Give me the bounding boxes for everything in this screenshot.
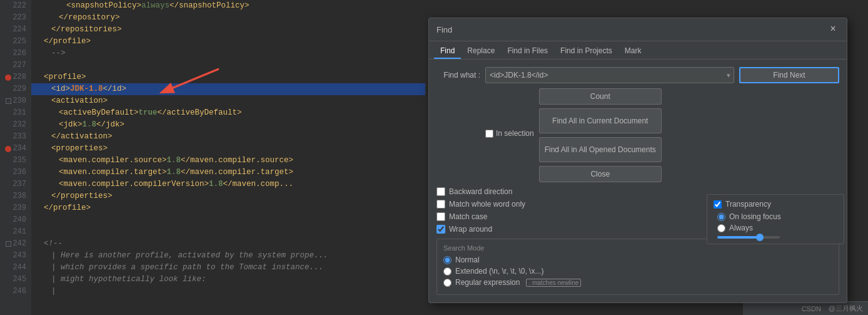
code-editor: 222 223 224 225 226 227 228 229 - 230 23… — [0, 0, 425, 315]
transparency-label: Transparency — [725, 200, 771, 209]
tab-replace[interactable]: Replace — [461, 44, 501, 59]
radio-always-label: Always — [729, 224, 753, 232]
dialog-title-bar: Find × — [429, 18, 847, 41]
line-num-244: 244 — [0, 262, 31, 274]
in-selection-check-row: In selection — [485, 129, 534, 138]
code-line-233: </activation> — [31, 131, 425, 143]
tab-mark[interactable]: Mark — [618, 44, 648, 59]
breakpoint-icon-234 — [5, 146, 11, 152]
line-num-234: 234 — [0, 143, 31, 155]
transparency-panel: Transparency On losing focus Always — [707, 194, 844, 244]
radio-normal-label: Normal — [455, 256, 480, 264]
line-num-241: 241 — [0, 226, 31, 238]
code-line-236: <maven.compiler.target>1.8</maven.compil… — [31, 167, 425, 178]
radio-regex[interactable] — [443, 279, 452, 287]
radio-normal[interactable] — [443, 256, 452, 264]
radio-extended[interactable] — [443, 267, 452, 276]
code-line-239: </profile> — [31, 202, 425, 214]
match-case-label: Match case — [449, 212, 487, 221]
match-whole-word-checkbox[interactable] — [437, 200, 445, 209]
transparency-options: On losing focus Always — [714, 212, 837, 239]
find-dialog: Find × Find Replace Find in Files Find i… — [428, 18, 847, 303]
line-num-227: 227 — [0, 59, 31, 71]
line-num-231: 231 — [0, 107, 31, 119]
tab-find-in-files[interactable]: Find in Files — [501, 44, 554, 59]
close-button[interactable]: × — [827, 23, 839, 36]
line-num-229: 229 — [0, 83, 31, 95]
code-line-228: <profile> — [31, 71, 425, 83]
radio-regex-label: Regular expression — [455, 278, 520, 287]
line-num-238: 238 — [0, 190, 31, 202]
dialog-title: Find — [437, 25, 452, 34]
transparency-slider[interactable] — [717, 236, 780, 239]
transparency-checkbox[interactable] — [714, 200, 722, 209]
wrap-around-checkbox[interactable] — [437, 225, 445, 234]
code-line-231: <activeByDefault>true</activeByDefault> — [31, 107, 425, 119]
find-all-current-button[interactable]: Find All in Current Document — [539, 108, 662, 133]
dialog-left-panel: In selection Count Find All in Current D… — [437, 88, 839, 295]
radio-on-losing-focus[interactable] — [717, 213, 725, 221]
dialog-body: Find what : ▼ Find Next In selection — [429, 59, 847, 302]
code-line-243: | Here is another profile, activated by … — [31, 250, 425, 262]
radio-extended-row: Extended (\n, \r, \t, \0, \x...) — [443, 267, 832, 276]
code-line-229: <id>JDK-1.8</id> — [31, 83, 425, 95]
right-buttons: Find Next — [739, 67, 839, 83]
line-numbers: 222 223 224 225 226 227 228 229 - 230 23… — [0, 0, 31, 315]
right-buttons-2: Count Find All in Current Document Find … — [539, 88, 662, 182]
radio-always[interactable] — [717, 224, 725, 232]
line-num-243: 243 — [0, 250, 31, 262]
match-whole-word-label: Match whole word only — [449, 200, 525, 209]
code-line-232: <jdk>1.8</jdk> — [31, 119, 425, 131]
code-line-235: <maven.compiler.source>1.8</maven.compil… — [31, 155, 425, 167]
find-input[interactable] — [485, 67, 734, 83]
dialog-main-area: In selection Count Find All in Current D… — [437, 88, 839, 295]
tab-find[interactable]: Find — [434, 44, 461, 59]
radio-always-row: Always — [717, 224, 837, 232]
find-input-wrapper: ▼ — [485, 67, 734, 83]
code-line-241 — [31, 226, 425, 238]
breakpoint-icon — [5, 75, 11, 81]
line-num-239: 239 — [0, 202, 31, 214]
line-num-240: 240 — [0, 214, 31, 226]
line-num-225: 225 — [0, 36, 31, 48]
fold-icon[interactable]: - — [6, 98, 11, 104]
count-button[interactable]: Count — [539, 88, 662, 105]
in-selection-checkbox[interactable] — [485, 130, 493, 138]
radio-regex-row: Regular expression . matches newline — [443, 278, 832, 287]
line-num-232: 232 — [0, 119, 31, 131]
radio-on-losing-focus-label: On losing focus — [729, 212, 781, 221]
code-line-244: | which provides a specific path to the … — [31, 262, 425, 274]
backward-direction-checkbox[interactable] — [437, 187, 445, 196]
line-num-235: 235 — [0, 155, 31, 167]
line-num-224: 224 — [0, 24, 31, 36]
backward-direction-label: Backward direction — [449, 187, 512, 196]
in-selection-label: In selection — [496, 129, 534, 138]
code-line-226: --> — [31, 48, 425, 59]
find-what-row: Find what : ▼ Find Next — [437, 67, 839, 83]
transparency-slider-row — [717, 236, 837, 239]
radio-on-losing-focus-row: On losing focus — [717, 212, 837, 221]
match-case-checkbox[interactable] — [437, 212, 445, 221]
search-mode-title: Search Mode — [443, 244, 832, 252]
code-line-224: </repositories> — [31, 24, 425, 36]
code-line-222: <snapshotPolicy>always</snapshotPolicy> — [31, 0, 425, 12]
line-num-223: 223 — [0, 12, 31, 24]
code-line-237: <maven.compiler.compilerVersion>1.8</mav… — [31, 178, 425, 190]
code-line-242: <!-- — [31, 238, 425, 250]
find-all-opened-button[interactable]: Find All in All Opened Documents — [539, 137, 662, 162]
line-num-226: 226 — [0, 48, 31, 59]
fold-icon-242[interactable]: - — [6, 241, 11, 247]
radio-extended-label: Extended (\n, \r, \t, \0, \x...) — [455, 267, 543, 276]
wrap-around-label: Wrap around — [449, 225, 492, 234]
tab-find-in-projects[interactable]: Find in Projects — [554, 44, 618, 59]
find-next-button[interactable]: Find Next — [739, 67, 839, 83]
line-num-242: - 242 — [0, 238, 31, 250]
close-dialog-button[interactable]: Close — [539, 166, 662, 182]
code-line-246: | — [31, 286, 425, 297]
find-what-label: Find what : — [437, 71, 480, 80]
search-mode-box: Search Mode Normal Extended (\n, \r, \t,… — [437, 239, 839, 295]
code-line-223: </repository> — [31, 12, 425, 24]
line-num-222: 222 — [0, 0, 31, 12]
code-lines[interactable]: <snapshotPolicy>always</snapshotPolicy> … — [31, 0, 425, 315]
matches-newline-badge: . matches newline — [526, 279, 581, 287]
